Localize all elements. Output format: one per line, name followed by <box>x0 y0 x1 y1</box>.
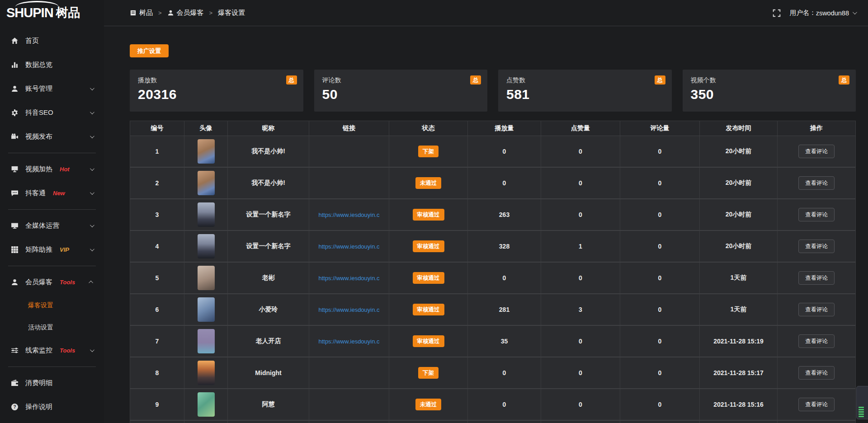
home-icon <box>11 37 19 45</box>
avatar <box>198 202 215 227</box>
status-badge[interactable]: 审核通过 <box>413 209 444 221</box>
sidebar-item-账号管理[interactable]: 账号管理 <box>0 77 104 101</box>
stat-value: 50 <box>322 87 481 102</box>
sidebar-item-消费明细[interactable]: 消费明细 <box>0 371 104 395</box>
cell-status: 未通过 <box>389 168 468 198</box>
cell-link <box>309 421 389 423</box>
status-badge[interactable]: 审核通过 <box>413 272 444 284</box>
status-badge[interactable]: 审核通过 <box>413 335 444 348</box>
heat-icon <box>11 165 19 173</box>
cell-nickname: 我不是小帅! <box>228 136 309 167</box>
column-header-昵称: 昵称 <box>228 121 309 136</box>
avatar <box>198 361 215 385</box>
breadcrumb-label: 会员爆客 <box>177 9 204 17</box>
cell-nickname: 老人开店 <box>228 326 309 357</box>
view-comments-button[interactable]: 查看评论 <box>798 366 835 380</box>
fullscreen-icon[interactable] <box>773 9 781 17</box>
cell-action: 查看评论 <box>778 357 855 388</box>
sidebar-item-操作说明[interactable]: ?操作说明 <box>0 395 104 419</box>
cell-comments: 0 <box>620 199 700 230</box>
view-comments-button[interactable]: 查看评论 <box>798 176 835 190</box>
cell-plays: 328 <box>468 231 541 262</box>
cell-likes <box>541 421 620 423</box>
status-badge[interactable]: 下架 <box>418 367 439 379</box>
app-logo[interactable]: SHUPIN 树品 <box>0 0 104 25</box>
video-link[interactable]: https://www.iesdouyin.c <box>318 338 379 345</box>
cell-time: 2021-11-28 15:19 <box>700 326 778 357</box>
video-link[interactable]: https://www.iesdouyin.c <box>318 275 379 282</box>
cell-comments: 0 <box>620 263 700 293</box>
logo-arc <box>15 1 59 13</box>
cell-comments: 0 <box>620 357 700 388</box>
view-comments-button[interactable]: 查看评论 <box>798 398 835 412</box>
sidebar-item-label: 矩阵助推 <box>25 245 52 254</box>
sidebar-item-label: 抖音SEO <box>25 108 53 117</box>
cell-status: 审核通过 <box>389 294 468 325</box>
sidebar-item-视频发布[interactable]: 视频发布 <box>0 125 104 149</box>
user-menu[interactable]: 用户名： zswodun88 <box>790 9 856 17</box>
cell-time: 20小时前 <box>700 136 778 167</box>
cell-likes: 0 <box>541 263 620 293</box>
chevron-down-icon <box>90 247 94 251</box>
chevron-down-icon <box>90 134 94 138</box>
view-comments-button[interactable]: 查看评论 <box>798 271 835 285</box>
sidebar-subitem-活动设置[interactable]: 活动设置 <box>0 316 104 338</box>
video-link[interactable]: https://www.iesdouyin.c <box>318 306 379 313</box>
breadcrumb-separator: > <box>209 9 213 16</box>
stat-label: 视频个数 <box>691 76 850 85</box>
breadcrumb-item-爆客设置[interactable]: 爆客设置 <box>218 9 245 17</box>
sidebar-item-首页[interactable]: 首页 <box>0 29 104 53</box>
avatar <box>198 266 215 290</box>
username-value: zswodun88 <box>816 9 849 17</box>
cell-comments: 0 <box>620 326 700 357</box>
view-comments-button[interactable]: 查看评论 <box>798 208 835 222</box>
status-badge[interactable]: 下架 <box>418 146 439 158</box>
video-link[interactable]: https://www.iesdouyin.c <box>318 243 379 250</box>
floating-widget[interactable] <box>856 386 868 419</box>
status-badge[interactable]: 审核通过 <box>413 240 444 253</box>
view-comments-button[interactable]: 查看评论 <box>798 303 835 317</box>
sidebar-item-全媒体运营[interactable]: 全媒体运营 <box>0 214 104 238</box>
view-comments-button[interactable]: 查看评论 <box>798 240 835 254</box>
sidebar-item-抖客通[interactable]: 抖客通New <box>0 181 104 205</box>
cell-plays: 263 <box>468 199 541 230</box>
cell-status: 审核通过 <box>389 326 468 357</box>
chevron-down-icon <box>853 10 857 14</box>
breadcrumb-item-树品[interactable]: 树品 <box>130 9 153 17</box>
breadcrumb-label: 爆客设置 <box>218 9 245 17</box>
stat-card-plays: 播放数 总 20316 <box>130 70 303 112</box>
sidebar-item-tag: VIP <box>60 246 69 253</box>
cell-id: 3 <box>130 199 184 230</box>
cell-time: 20小时前 <box>700 168 778 198</box>
sidebar-item-矩阵助推[interactable]: 矩阵助推VIP <box>0 238 104 262</box>
cell-comments: 0 <box>620 231 700 262</box>
sidebar-item-数据总览[interactable]: 数据总览 <box>0 53 104 77</box>
sidebar-item-视频加热[interactable]: 视频加热Hot <box>0 157 104 181</box>
status-badge[interactable]: 审核通过 <box>413 304 444 316</box>
table-row: 8 Midnight 下架 0 0 0 2021-11-28 15:17 查看评… <box>130 357 855 389</box>
sidebar-item-线索监控[interactable]: 线索监控Tools <box>0 338 104 362</box>
video-link[interactable]: https://www.iesdouyin.c <box>318 212 379 218</box>
sidebar-item-会员爆客[interactable]: 会员爆客Tools <box>0 270 104 294</box>
app-icon <box>130 9 137 16</box>
breadcrumb-separator: > <box>158 9 162 16</box>
breadcrumb-item-会员爆客[interactable]: 会员爆客 <box>167 9 204 17</box>
stat-value: 350 <box>691 87 850 102</box>
status-badge[interactable]: 未通过 <box>415 177 442 189</box>
column-header-链接: 链接 <box>309 121 389 136</box>
view-comments-button[interactable]: 查看评论 <box>798 334 835 348</box>
breadcrumb: 树品>会员爆客>爆客设置 <box>130 9 245 17</box>
stat-label: 点赞数 <box>506 76 665 85</box>
column-header-发布时间: 发布时间 <box>700 121 778 136</box>
sidebar-subitem-爆客设置[interactable]: 爆客设置 <box>0 294 104 316</box>
member-icon <box>11 278 19 286</box>
promo-settings-button[interactable]: 推广设置 <box>130 44 169 57</box>
status-badge[interactable]: 未通过 <box>415 399 442 411</box>
sidebar-item-label: 账号管理 <box>25 85 52 93</box>
cell-plays: 35 <box>468 326 541 357</box>
cell-avatar <box>184 263 228 293</box>
sidebar-item-抖音SEO[interactable]: 抖音SEO <box>0 101 104 125</box>
view-comments-button[interactable]: 查看评论 <box>798 145 835 159</box>
user-icon <box>11 85 19 93</box>
sidebar-item-label: 数据总览 <box>25 61 52 69</box>
